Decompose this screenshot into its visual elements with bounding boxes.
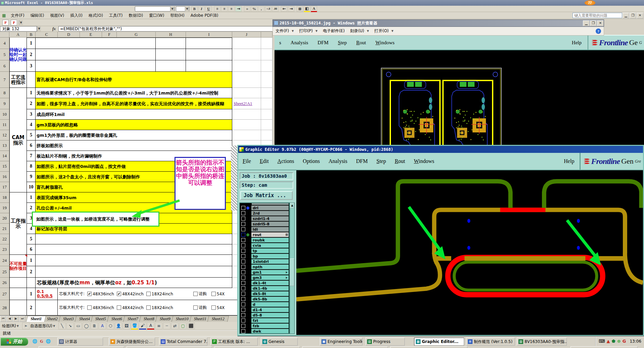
taskbar-button[interactable]: P工程系统 版本: ... bbox=[210, 338, 258, 346]
a-column-cell[interactable] bbox=[9, 192, 27, 203]
first-sheet-icon[interactable]: ⏮ bbox=[0, 316, 6, 322]
graphic-editor-title-bar[interactable]: Graphic Editor 9.07b2 (00@HY-HYCAM-PC066… bbox=[238, 146, 643, 153]
a-column-cell[interactable] bbox=[9, 151, 27, 161]
content-cell[interactable] bbox=[186, 60, 232, 72]
g-utility-icon[interactable]: G bbox=[623, 339, 626, 344]
column-header[interactable]: A bbox=[9, 32, 27, 38]
selected-object-hatch-border[interactable] bbox=[231, 146, 238, 211]
b-number-cell[interactable]: 4 bbox=[27, 120, 36, 130]
layer-name[interactable]: d1-4 bbox=[251, 307, 289, 312]
borders-button[interactable]: ⊞ bbox=[297, 6, 303, 12]
layer-item-dk5-8t[interactable]: dk5-8t bbox=[240, 291, 289, 296]
layer-name[interactable]: gm1➤ bbox=[251, 270, 289, 275]
k-cell[interactable] bbox=[261, 98, 273, 109]
autoshapes-menu[interactable]: 自选图形(U) bbox=[30, 323, 52, 329]
content-cell[interactable] bbox=[36, 255, 232, 266]
row-header[interactable]: 25 bbox=[0, 266, 9, 278]
layer-item-dk1-4b[interactable]: dk1-4b bbox=[240, 286, 289, 291]
a-column-cell[interactable] bbox=[9, 88, 27, 98]
row-header[interactable]: 22 bbox=[0, 234, 9, 244]
excel-menu-item[interactable]: 编辑(E) bbox=[28, 12, 47, 19]
genesis-menu-item[interactable]: s bbox=[275, 40, 286, 46]
genesis-menu-item[interactable]: Rout bbox=[352, 40, 371, 46]
picture-icon[interactable]: 🖼 bbox=[123, 323, 130, 329]
k-cell[interactable] bbox=[261, 38, 273, 49]
row-header[interactable]: 17 bbox=[0, 182, 9, 192]
b-number-cell[interactable]: 2 bbox=[27, 266, 36, 278]
b-number-cell[interactable]: 5 bbox=[27, 234, 36, 244]
taskbar-button[interactable]: ▦Graphic Editor... bbox=[414, 338, 464, 346]
content-cell[interactable] bbox=[36, 38, 156, 49]
layer-checkbox[interactable] bbox=[241, 222, 245, 226]
content-cell[interactable] bbox=[36, 244, 232, 255]
photo-viewer-menu-item[interactable]: 刻录(U) bbox=[347, 27, 367, 35]
layer-list[interactable]: drl2rdszdrl1-4szdrl5-8ldirout⊞roubkcviat… bbox=[239, 202, 290, 334]
prev-sheet-icon[interactable]: ◀ bbox=[6, 316, 13, 322]
line-tool-icon[interactable]: ╲ bbox=[58, 323, 66, 329]
content-cell[interactable] bbox=[36, 234, 232, 244]
row-header[interactable]: 15 bbox=[0, 161, 9, 172]
row-header[interactable]: 21 bbox=[0, 224, 9, 234]
checkbox[interactable]: ✔ bbox=[117, 292, 121, 296]
layer-checkbox[interactable] bbox=[241, 206, 245, 210]
layer-item-gm1[interactable]: gm1➤ bbox=[240, 270, 289, 275]
row-header[interactable]: 8 bbox=[0, 88, 9, 98]
ge-menu-item[interactable]: DFM bbox=[352, 158, 372, 164]
layer-name[interactable]: tp bbox=[251, 248, 289, 253]
layer-checkbox[interactable] bbox=[241, 217, 245, 221]
layer-name[interactable]: roubk bbox=[251, 238, 289, 242]
genesis-menu-item[interactable]: Analysis bbox=[286, 40, 313, 46]
clipart-icon[interactable]: 👤 bbox=[115, 323, 122, 329]
taskbar-button[interactable]: ▣Engineering Toolk... bbox=[320, 338, 362, 346]
name-box[interactable]: 对象 132 bbox=[0, 26, 37, 32]
row-header[interactable]: 9 bbox=[0, 98, 9, 109]
textbox-tool-icon[interactable]: 🗎 bbox=[91, 323, 98, 329]
j-cell[interactable] bbox=[232, 88, 261, 98]
column-header[interactable]: F bbox=[102, 32, 117, 38]
window-minimize-button[interactable]: ▁ bbox=[623, 13, 629, 18]
layer-item-szdrl1-4[interactable]: szdrl1-4 bbox=[240, 216, 289, 221]
c-thickness-cell[interactable]: 0.10.5/0.5 bbox=[36, 288, 58, 300]
align-left-button[interactable]: ≡ bbox=[214, 6, 220, 12]
a-column-cell[interactable] bbox=[9, 38, 27, 49]
column-header[interactable]: B bbox=[27, 32, 36, 38]
layer-name[interactable]: cvia bbox=[251, 243, 289, 248]
row-header[interactable]: 16 bbox=[0, 172, 9, 182]
internet-explorer-icon[interactable]: 🌐 bbox=[32, 339, 38, 344]
step-field[interactable]: Step: cam bbox=[240, 181, 293, 189]
content-cell[interactable] bbox=[186, 38, 232, 49]
layer-checkbox[interactable] bbox=[241, 254, 245, 258]
dash-style-icon[interactable]: ┄ bbox=[163, 323, 170, 329]
rectangle-tool-icon[interactable]: ▭ bbox=[75, 323, 82, 329]
layer-item-d1-4[interactable]: d1-4 bbox=[240, 307, 289, 312]
layer-item-npth[interactable]: npth bbox=[240, 264, 289, 270]
layer-checkbox[interactable] bbox=[241, 259, 245, 264]
content-cell[interactable] bbox=[156, 49, 186, 60]
layer-name[interactable]: gm3➤ bbox=[251, 275, 289, 280]
content-cell[interactable]: 拼板如图所示 bbox=[36, 140, 232, 151]
row-header[interactable]: 12 bbox=[0, 130, 9, 140]
checkbox[interactable] bbox=[211, 305, 216, 310]
fill-color-button[interactable]: ◧ bbox=[304, 6, 310, 12]
decrease-indent-button[interactable]: ⇤ bbox=[281, 6, 287, 12]
a-column-cell[interactable] bbox=[9, 109, 27, 120]
internet-explorer-icon[interactable]: 🌐 bbox=[46, 339, 51, 344]
layer-checkbox[interactable] bbox=[241, 211, 245, 215]
ge-menu-item[interactable]: Options bbox=[298, 158, 324, 164]
b-number-cell[interactable]: 1 bbox=[27, 288, 36, 300]
content-cell[interactable]: gm1为外形层，板内的圈需要做非金属孔 bbox=[36, 130, 232, 140]
a-column-cell[interactable] bbox=[9, 224, 27, 234]
layer-name[interactable]: szdrl5-8 bbox=[251, 222, 289, 226]
job-field[interactable]: Job : 8v16303aa0 bbox=[240, 172, 293, 180]
name-box-dropdown-icon[interactable]: ▼ bbox=[37, 26, 41, 32]
last-sheet-icon[interactable]: ⏭ bbox=[19, 316, 26, 322]
taskbar-row2-button[interactable] bbox=[39, 346, 124, 348]
content-cell[interactable] bbox=[36, 60, 156, 72]
layer-item-ldi[interactable]: ldi bbox=[240, 227, 289, 232]
taskbar-button[interactable]: ⊟计算器 bbox=[57, 338, 103, 346]
window-close-button[interactable]: ✕ bbox=[637, 13, 643, 18]
layer-item-tp[interactable]: tp bbox=[240, 248, 289, 253]
k-cell[interactable] bbox=[261, 72, 273, 88]
size-options-cell[interactable]: 芯板大料尺寸:48X36inch48X42inch18X24inch请购54X bbox=[58, 300, 261, 315]
layer-checkbox[interactable] bbox=[241, 233, 245, 237]
